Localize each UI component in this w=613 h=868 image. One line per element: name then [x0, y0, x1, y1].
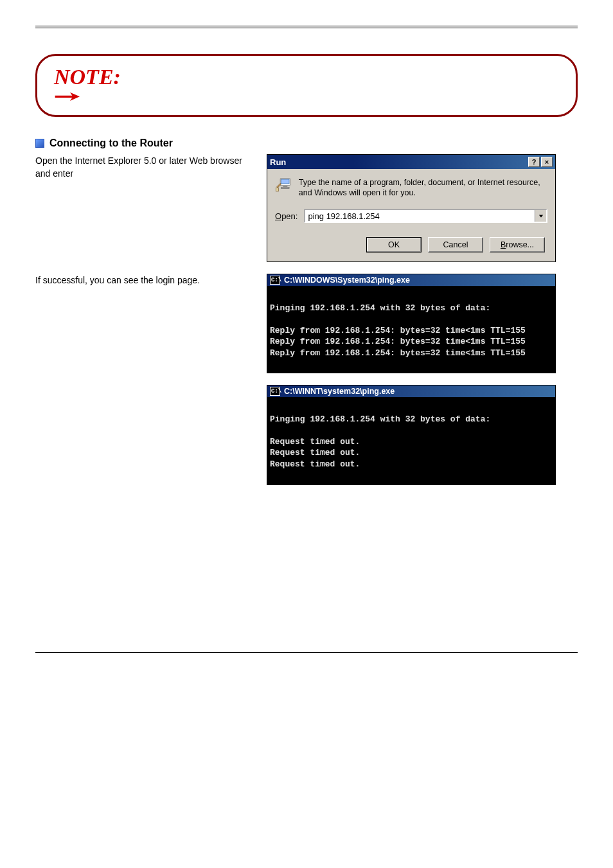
- console-titlebar-1: C:\ C:\WINDOWS\System32\ping.exe: [267, 274, 555, 286]
- console-output-1: Pinging 192.168.1.254 with 32 bytes of d…: [267, 286, 555, 373]
- open-input[interactable]: [305, 210, 535, 222]
- note-label: NOTE:: [54, 66, 121, 88]
- pointing-hand-icon: [54, 88, 86, 105]
- console-output-2: Pinging 192.168.1.254 with 32 bytes of d…: [267, 397, 555, 484]
- bullet-icon: [35, 139, 44, 148]
- run-dialog-title: Run: [270, 157, 286, 167]
- section-heading: Connecting to the Router: [35, 137, 578, 149]
- run-dialog-titlebar: Run ? ×: [267, 155, 555, 169]
- svg-rect-3: [281, 187, 289, 188]
- help-button[interactable]: ?: [528, 157, 540, 167]
- instruction-text-3: [35, 385, 254, 484]
- instruction-text-2: If successful, you can see the login pag…: [35, 274, 254, 373]
- ok-button[interactable]: OK: [366, 237, 422, 252]
- open-combobox[interactable]: [304, 209, 547, 223]
- section-title: Connecting to the Router: [49, 137, 173, 149]
- console-window-timeout: C:\ C:\WINNT\system32\ping.exe Pinging 1…: [267, 385, 556, 484]
- console-titlebar-2: C:\ C:\WINNT\system32\ping.exe: [267, 385, 555, 397]
- browse-button[interactable]: Browse...: [490, 237, 545, 252]
- note-callout: NOTE:: [35, 54, 578, 117]
- run-dialog-description: Type the name of a program, folder, docu…: [299, 178, 547, 198]
- open-label: Open:: [275, 211, 298, 221]
- cmd-icon: C:\: [270, 387, 280, 396]
- svg-rect-4: [276, 188, 278, 191]
- console-title-1: C:\WINDOWS\System32\ping.exe: [284, 276, 410, 285]
- bottom-rule: [35, 652, 578, 653]
- close-button[interactable]: ×: [541, 157, 553, 167]
- cancel-button[interactable]: Cancel: [428, 237, 483, 252]
- top-rule: [35, 26, 578, 28]
- run-program-icon: [275, 178, 291, 199]
- run-dialog: Run ? ×: [267, 154, 556, 262]
- cmd-icon: C:\: [270, 276, 280, 285]
- dropdown-button[interactable]: [535, 210, 546, 222]
- console-window-success: C:\ C:\WINDOWS\System32\ping.exe Pinging…: [267, 274, 556, 373]
- instruction-text-1: Open the Internet Explorer 5.0 or later …: [35, 154, 254, 262]
- console-title-2: C:\WINNT\system32\ping.exe: [284, 387, 395, 396]
- svg-rect-1: [281, 179, 289, 184]
